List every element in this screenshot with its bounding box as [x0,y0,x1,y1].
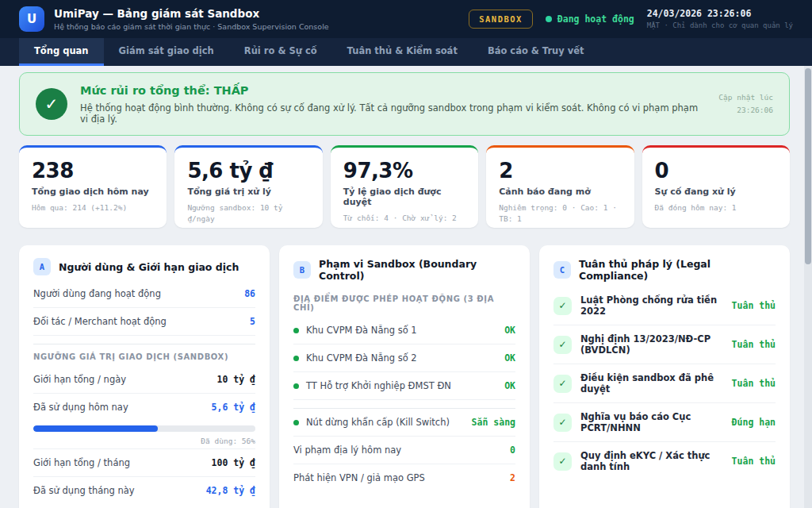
page-scrollbar[interactable] [804,66,812,508]
panel-title: Tuân thủ pháp lý (Legal Compliance) [579,258,776,282]
row-label: Đã sử dụng tháng này [33,485,135,496]
location-status: OK [504,325,515,336]
check-icon: ✓ [553,297,572,315]
compliance-status: Tuân thủ [732,339,776,350]
tab-tong-quan[interactable]: Tổng quan [19,38,104,66]
updated-at-label: Cập nhật lúc [718,91,773,104]
stat-card-approval-rate: 97,3% Tỷ lệ giao dịch được duyệt Từ chối… [331,145,478,228]
daily-usage-progress: Đã dùng: 56% [33,421,255,449]
green-dot-icon [293,328,299,333]
stat-value: 0 [655,159,777,183]
compliance-label: Điều kiện sandbox đã phê duyệt [580,372,732,394]
stat-label: Tổng giao dịch hôm nay [32,187,154,197]
tab-tuan-thu-kiem-soat[interactable]: Tuân thủ & Kiểm soát [332,38,473,66]
app-subtitle: Hệ thống báo cáo giám sát thời gian thực… [54,22,329,32]
compliance-row: ✓ Nghĩa vụ báo cáo Cục PCRT/NHNN Đúng hạ… [553,403,776,442]
table-row: Người dùng đang hoạt động 86 [33,280,255,308]
row-value: 10 tỷ ₫ [217,374,255,385]
tab-rui-ro-su-co[interactable]: Rủi ro & Sự cố [229,38,332,66]
tab-bao-cao-truy-vet[interactable]: Báo cáo & Truy vết [473,38,599,66]
current-datetime: 24/03/2026 23:26:06 [647,7,793,21]
compliance-status: Tuân thủ [732,456,776,467]
compliance-row: ✓ Nghị định 13/2023/NĐ-CP (BVDLCN) Tuân … [553,325,776,364]
location-label: Khu CVPM Đà Nẵng số 2 [306,352,417,364]
table-row: Giới hạn tổng / tháng 100 tỷ ₫ [33,449,255,477]
main-nav-tabs: Tổng quan Giám sát giao dịch Rủi ro & Sự… [0,38,812,66]
table-row: Đã sử dụng hôm nay 5,6 tỷ ₫ [33,394,255,421]
panel-legal-compliance: C Tuân thủ pháp lý (Legal Compliance) ✓ … [539,245,790,508]
section-title-locations: ĐỊA ĐIỂM ĐƯỢC PHÉP HOẠT ĐỘNG (3 ĐỊA CHỈ) [293,287,515,317]
row-label: Giới hạn tổng / ngày [33,374,126,385]
row-label: Đối tác / Merchant hoạt động [33,316,167,327]
compliance-status: Tuân thủ [732,300,776,311]
location-label: TT Hỗ trợ Khởi nghiệp ĐMST ĐN [306,380,451,391]
metric-row: Phát hiện VPN / giả mạo GPS 2 [293,464,515,491]
row-label: Vi phạm địa lý hôm nay [293,444,401,456]
stat-value: 238 [32,159,154,183]
stat-label: Tổng giá trị xử lý [187,187,309,197]
stat-card-open-incidents: 0 Sự cố đang xử lý Đã đóng hôm nay: 1 [642,145,790,228]
metric-row: Vi phạm địa lý hôm nay 0 [293,437,515,464]
status-label: Đang hoạt động [557,13,634,25]
updated-at-time: 23:26:06 [718,104,773,117]
progress-label: Đã dùng: 56% [33,437,255,445]
compliance-label: Nghị định 13/2023/NĐ-CP (BVDLCN) [580,333,732,356]
progress-fill [33,425,158,432]
app-logo: U [19,6,44,32]
check-icon: ✓ [553,336,572,354]
stat-label: Sự cố đang xử lý [655,187,777,197]
risk-level-banner: ✓ Mức rủi ro tổng thể: THẤP Hệ thống hoạ… [19,72,790,136]
location-label: Khu CVPM Đà Nẵng số 1 [306,325,417,336]
classification-label: MẬT · Chỉ dành cho cơ quan quản lý [647,21,793,32]
check-icon: ✓ [553,414,572,432]
row-value: 5 [250,316,255,327]
stat-subtext: Ngưỡng sandbox: 10 tỷ ₫/ngày [187,202,309,225]
stat-subtext: Đã đóng hôm nay: 1 [655,202,777,214]
panel-users-limits: A Người dùng & Giới hạn giao dịch Người … [19,245,270,508]
compliance-row: ✓ Luật Phòng chống rửa tiền 2022 Tuân th… [553,287,776,325]
panel-title: Phạm vi Sandbox (Boundary Control) [319,258,515,282]
kill-switch-status: Sẵn sàng [472,417,515,428]
stat-card-open-alerts: 2 Cảnh báo đang mở Nghiêm trọng: 0 · Cao… [486,145,634,228]
compliance-label: Luật Phòng chống rửa tiền 2022 [580,294,732,317]
row-value: 0 [510,444,515,456]
panel-sandbox-boundary: B Phạm vi Sandbox (Boundary Control) ĐỊA… [279,245,530,508]
panel-badge-b: B [293,261,311,279]
location-row: Khu CVPM Đà Nẵng số 1 OK [293,317,515,344]
kpi-cards-row: 238 Tổng giao dịch hôm nay Hôm qua: 214 … [19,145,790,228]
location-status: OK [504,380,515,391]
tab-giam-sat-giao-dich[interactable]: Giám sát giao dịch [104,38,229,66]
scrollbar-thumb[interactable] [805,68,811,264]
kill-switch-label: Nút dừng khẩn cấp (Kill Switch) [306,417,450,428]
stat-subtext: Nghiêm trọng: 0 · Cao: 1 · TB: 1 [499,202,621,225]
stat-subtext: Từ chối: 4 · Chờ xử lý: 2 [343,213,465,224]
row-label: Người dùng đang hoạt động [33,288,161,299]
stat-value: 97,3% [343,159,465,183]
compliance-row: ✓ Điều kiện sandbox đã phê duyệt Tuân th… [553,364,776,403]
environment-badge: SANDBOX [469,10,533,29]
compliance-label: Nghĩa vụ báo cáo Cục PCRT/NHNN [580,411,732,433]
stat-label: Tỷ lệ giao dịch được duyệt [343,187,465,207]
table-row: Đã sử dụng tháng này 42,8 tỷ ₫ [33,477,255,504]
monthly-usage-progress: Đã dùng: 42,8% [33,504,255,508]
status-dot-icon [546,16,552,22]
stat-card-transactions: 238 Tổng giao dịch hôm nay Hôm qua: 214 … [19,145,167,228]
location-row: TT Hỗ trợ Khởi nghiệp ĐMST ĐN OK [293,372,515,400]
risk-level-title: Mức rủi ro tổng thể: THẤP [80,84,706,97]
row-value: 2 [510,472,515,483]
row-label: Giới hạn tổng / tháng [33,457,130,468]
row-value: 100 tỷ ₫ [212,457,255,468]
compliance-row: ✓ Quy định eKYC / Xác thực danh tính Tuâ… [553,442,776,480]
app-header: U UmiPay — Bảng giám sát Sandbox Hệ thốn… [0,0,812,38]
kill-switch-row: Nút dừng khẩn cấp (Kill Switch) Sẵn sàng [293,408,515,437]
check-circle-icon: ✓ [36,88,67,120]
compliance-label: Quy định eKYC / Xác thực danh tính [580,450,732,472]
stat-value: 2 [499,159,621,183]
panel-badge-c: C [553,261,571,279]
row-value: 42,8 tỷ ₫ [206,485,255,496]
row-value: 5,6 tỷ ₫ [212,402,255,413]
table-row: Đối tác / Merchant hoạt động 5 [33,308,255,336]
row-label: Phát hiện VPN / giả mạo GPS [293,472,425,483]
green-dot-icon [293,383,299,389]
compliance-status: Đúng hạn [732,417,776,428]
